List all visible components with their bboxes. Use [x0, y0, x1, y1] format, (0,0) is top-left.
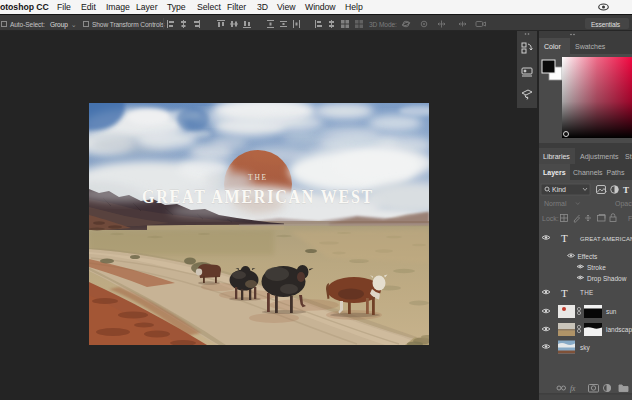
- svg-text:Swatches: Swatches: [575, 43, 606, 50]
- svg-text:Normal: Normal: [544, 200, 567, 207]
- svg-text:T: T: [623, 185, 629, 195]
- svg-text:F: F: [628, 215, 632, 222]
- svg-text:Lock:: Lock:: [542, 215, 559, 222]
- svg-text:Layers: Layers: [543, 169, 566, 177]
- svg-text:Color: Color: [544, 43, 561, 50]
- svg-text:sky: sky: [580, 344, 591, 352]
- svg-text:Effects: Effects: [578, 253, 599, 260]
- svg-text:THE: THE: [580, 289, 594, 296]
- svg-text:sun: sun: [606, 308, 617, 315]
- svg-text:Kind: Kind: [552, 186, 566, 193]
- svg-text:Libraries: Libraries: [543, 153, 570, 160]
- svg-text:St: St: [625, 153, 632, 160]
- svg-text:landscape: landscape: [606, 326, 632, 334]
- svg-text:Drop Shadow: Drop Shadow: [587, 275, 627, 283]
- svg-text:Stroke: Stroke: [587, 264, 606, 271]
- svg-text:fx: fx: [570, 384, 576, 393]
- svg-text:GREAT AMERICAN: GREAT AMERICAN: [580, 236, 632, 242]
- svg-text:T: T: [561, 232, 568, 244]
- svg-text:Opacit: Opacit: [615, 200, 632, 208]
- svg-text:Paths: Paths: [607, 169, 625, 176]
- svg-text:Channels: Channels: [573, 169, 603, 176]
- svg-text:Adjustments: Adjustments: [580, 153, 619, 161]
- svg-text:T: T: [561, 287, 568, 299]
